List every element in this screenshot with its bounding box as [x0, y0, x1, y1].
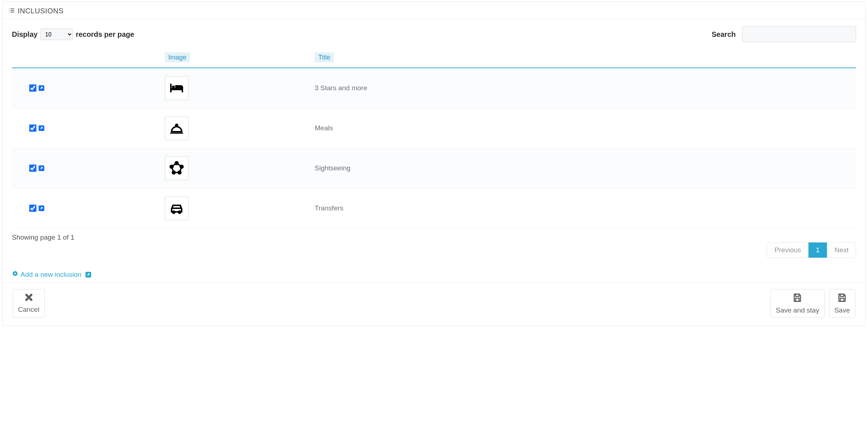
page-info: Showing page 1 of 1	[12, 233, 74, 241]
search-input[interactable]	[742, 26, 856, 42]
add-inclusion-link[interactable]: Add a new inclusion	[12, 270, 92, 279]
open-row-icon[interactable]	[38, 85, 45, 91]
search-label: Search	[712, 30, 736, 39]
car-icon	[165, 196, 189, 220]
records-select[interactable]: 102550100	[40, 29, 73, 40]
panel-title: INCLUSIONS	[18, 7, 63, 15]
row-title: 3 Stars and more	[312, 68, 856, 108]
row-title: Transfers	[312, 188, 856, 228]
cancel-button[interactable]: Cancel	[13, 289, 45, 318]
col-select	[12, 49, 162, 68]
table-row: Transfers	[12, 188, 856, 228]
open-row-icon[interactable]	[38, 125, 45, 131]
col-image[interactable]: Image	[162, 49, 312, 68]
open-row-icon[interactable]	[38, 165, 45, 171]
svg-point-16	[173, 211, 175, 213]
search-controls: Search	[712, 26, 856, 42]
table-row: 3 Stars and more	[12, 68, 856, 108]
pager-next[interactable]: Next	[827, 243, 856, 258]
table-row: Meals	[12, 108, 856, 148]
row-checkbox[interactable]	[29, 165, 36, 172]
svg-point-17	[178, 211, 181, 213]
list-icon	[8, 7, 15, 15]
records-suffix-label: records per page	[76, 30, 134, 39]
svg-point-8	[176, 124, 177, 126]
svg-rect-21	[796, 298, 799, 301]
table-row: Sightseeing	[12, 148, 856, 188]
row-checkbox[interactable]	[29, 84, 36, 92]
panel-header: INCLUSIONS	[3, 2, 865, 19]
open-row-icon[interactable]	[38, 205, 45, 211]
add-row: Add a new inclusion	[12, 270, 856, 279]
table-footer: Showing page 1 of 1 Previous 1 Next	[12, 233, 856, 258]
pager: Previous 1 Next	[767, 242, 856, 258]
panel-footer: Cancel Save and stay Save	[3, 282, 865, 326]
records-per-page: Display 102550100 records per page	[12, 29, 134, 40]
save-button[interactable]: Save	[829, 289, 855, 318]
svg-rect-22	[840, 294, 844, 296]
cloche-icon	[165, 116, 189, 140]
inclusions-panel: INCLUSIONS Display 102550100 records per…	[2, 1, 866, 326]
row-title: Meals	[312, 108, 856, 148]
panel-body: Display 102550100 records per page Searc…	[3, 19, 865, 282]
save-icon	[792, 292, 803, 305]
svg-rect-23	[840, 298, 844, 301]
pager-previous[interactable]: Previous	[767, 243, 808, 258]
table-toolbar: Display 102550100 records per page Searc…	[12, 26, 856, 42]
save-stay-button[interactable]: Save and stay	[770, 289, 824, 318]
bed-icon	[165, 76, 189, 100]
row-checkbox[interactable]	[29, 205, 36, 212]
save-icon	[837, 292, 847, 305]
close-icon	[24, 292, 34, 304]
external-link-icon	[85, 271, 92, 278]
col-title[interactable]: Title	[312, 49, 856, 68]
pager-page-1[interactable]: 1	[808, 243, 827, 258]
display-label: Display	[12, 30, 37, 39]
molecule-icon	[165, 156, 189, 180]
plus-circle-icon	[12, 270, 18, 279]
svg-rect-20	[796, 294, 799, 296]
row-title: Sightseeing	[312, 148, 856, 188]
inclusions-table: Image Title	[12, 49, 856, 228]
row-checkbox[interactable]	[29, 125, 36, 132]
